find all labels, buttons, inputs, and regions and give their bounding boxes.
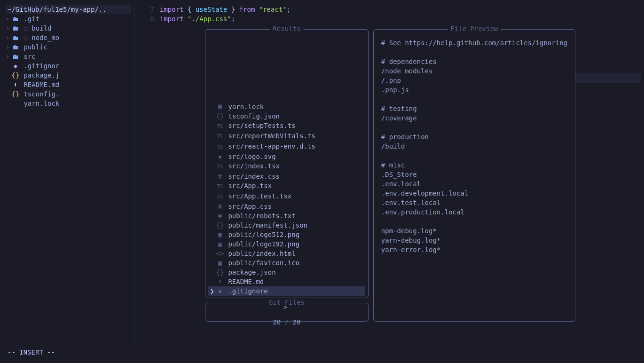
tree-item[interactable]: {} package.j	[6, 71, 131, 80]
scrollbar-thumb[interactable]	[575, 73, 641, 83]
result-label: src/react-app-env.d.ts	[224, 142, 315, 150]
result-row[interactable]: TS src/App.test.tsx	[208, 191, 365, 202]
tree-item-label: src	[24, 53, 35, 60]
result-row[interactable]: ❯◆ .gitignore	[208, 286, 365, 296]
selection-caret-icon	[210, 239, 216, 249]
folder-icon: 🖿	[11, 24, 20, 33]
result-label: src/index.css	[224, 173, 280, 180]
result-row[interactable]: # src/App.css	[208, 202, 365, 211]
result-label: public/logo192.png	[224, 240, 299, 248]
loading-spinner-icon: ◌	[20, 34, 31, 41]
result-label: src/App.tsx	[224, 182, 272, 189]
tree-item[interactable]: ›🖿 .git	[6, 14, 131, 24]
chevron-right-icon: ›	[6, 42, 11, 52]
tree-item[interactable]: ›🖿 ◌ build	[6, 24, 131, 33]
result-row[interactable]: TS src/reportWebVitals.ts	[208, 131, 365, 142]
result-row[interactable]: TS src/react-app-env.d.ts	[208, 142, 365, 152]
preview-panel: File Preview # See https://help.github.c…	[373, 29, 575, 322]
ts-icon: TS	[216, 132, 224, 142]
txt-icon: ≣	[216, 211, 224, 221]
css-icon: #	[216, 172, 224, 181]
result-row[interactable]: {} tsconfig.json	[208, 111, 365, 121]
chevron-right-icon: ›	[6, 14, 11, 24]
result-label: public/favicon.ico	[224, 259, 299, 267]
result-label: README.md	[224, 278, 264, 285]
config-icon: ◆	[216, 286, 224, 296]
result-label: src/reportWebVitals.ts	[224, 132, 315, 140]
tree-item-label: .git	[24, 15, 39, 23]
chevron-right-icon	[6, 89, 11, 99]
result-count: 20 / 20	[273, 318, 300, 326]
json-icon: {}	[11, 89, 20, 99]
result-row[interactable]: TS src/App.tsx	[208, 181, 365, 191]
md-icon: ⬇	[11, 80, 20, 89]
code-line[interactable]: 6import "./App.css";	[137, 14, 638, 24]
selection-caret-icon	[210, 111, 216, 121]
line-number: 7	[137, 5, 160, 14]
result-label: public/index.html	[224, 250, 296, 257]
selection-caret-icon	[210, 249, 216, 258]
result-label: src/App.css	[224, 203, 272, 210]
result-label: src/logo.svg	[224, 153, 276, 160]
chevron-right-icon	[6, 99, 11, 108]
folder-icon: 🖿	[11, 14, 20, 24]
tree-item[interactable]: ›🖿 ◌ node_mo	[6, 33, 131, 42]
ts-icon: TS	[216, 142, 224, 152]
status-line: -- INSERT --	[3, 344, 641, 360]
selection-caret-icon	[210, 202, 216, 211]
ts-icon: TS	[216, 192, 224, 202]
result-row[interactable]: ⬇ README.md	[208, 277, 365, 286]
selection-caret-icon	[210, 277, 216, 286]
result-row[interactable]: <> public/index.html	[208, 249, 365, 258]
json-icon: {}	[216, 111, 224, 121]
selection-caret-icon	[210, 230, 216, 239]
tree-item[interactable]: ›🖿 src	[6, 52, 131, 61]
chevron-right-icon	[6, 80, 11, 89]
tree-item[interactable]: ›🖿 public	[6, 42, 131, 52]
html-icon: <>	[216, 249, 224, 258]
tree-item-label: yarn.lock	[24, 100, 59, 107]
results-panel[interactable]: Results 🗎 yarn.lock {} tsconfig.json TS …	[205, 29, 369, 298]
result-row[interactable]: ≣ public/robots.txt	[208, 211, 365, 221]
result-row[interactable]: {} package.json	[208, 268, 365, 277]
ts-icon: TS	[216, 162, 224, 172]
prompt-panel[interactable]: Git Files > 20 / 20	[205, 303, 369, 322]
selection-caret-icon	[210, 161, 216, 171]
result-row[interactable]: ▣ public/logo192.png	[208, 239, 365, 249]
chevron-right-icon: ›	[6, 52, 11, 61]
result-row[interactable]: TS src/index.tsx	[208, 161, 365, 172]
selection-caret-icon	[210, 131, 216, 141]
selection-caret-icon	[210, 211, 216, 221]
search-input[interactable]	[244, 311, 329, 318]
chevron-right-icon	[6, 71, 11, 80]
result-row[interactable]: 🗎 yarn.lock	[208, 102, 365, 111]
result-row[interactable]: ✸ src/logo.svg	[208, 152, 365, 161]
chevron-right-icon: ›	[6, 24, 11, 33]
tree-item-label: tsconfig.	[24, 90, 59, 98]
tree-item[interactable]: yarn.lock	[6, 99, 131, 108]
result-row[interactable]: # src/index.css	[208, 172, 365, 181]
css-icon: #	[216, 202, 224, 211]
code-line[interactable]: 7import { useState } from "react";	[137, 5, 638, 14]
project-path-header: ~/GitHub/ful1e5/my-app/..	[6, 5, 131, 14]
result-label: src/index.tsx	[224, 162, 280, 170]
result-row[interactable]: ▣ public/favicon.ico	[208, 258, 365, 268]
result-row[interactable]: TS src/setupTests.ts	[208, 121, 365, 131]
ico-icon: ▣	[216, 258, 224, 268]
tree-item[interactable]: ◆ .gitignor	[6, 61, 131, 71]
result-row[interactable]: ▣ public/logo512.png	[208, 230, 365, 239]
editor-pane[interactable]: 7import { useState } from "react";6impor…	[134, 3, 641, 344]
tree-item[interactable]: ⬇ README.md	[6, 80, 131, 89]
selection-caret-icon	[210, 142, 216, 151]
folder-icon: 🖿	[11, 52, 20, 61]
chevron-right-icon: ›	[6, 33, 11, 42]
result-label: public/logo512.png	[224, 231, 299, 238]
selection-caret-icon	[210, 181, 216, 190]
result-row[interactable]: {} public/manifest.json	[208, 221, 365, 230]
tree-item[interactable]: {} tsconfig.	[6, 89, 131, 99]
ts-icon: TS	[216, 182, 224, 191]
svg-icon: ✸	[216, 152, 224, 161]
json-icon: {}	[216, 268, 224, 277]
tree-item-label: build	[31, 24, 51, 32]
file-tree[interactable]: ~/GitHub/ful1e5/my-app/.. ›🖿 .git›🖿 ◌ bu…	[3, 3, 134, 344]
